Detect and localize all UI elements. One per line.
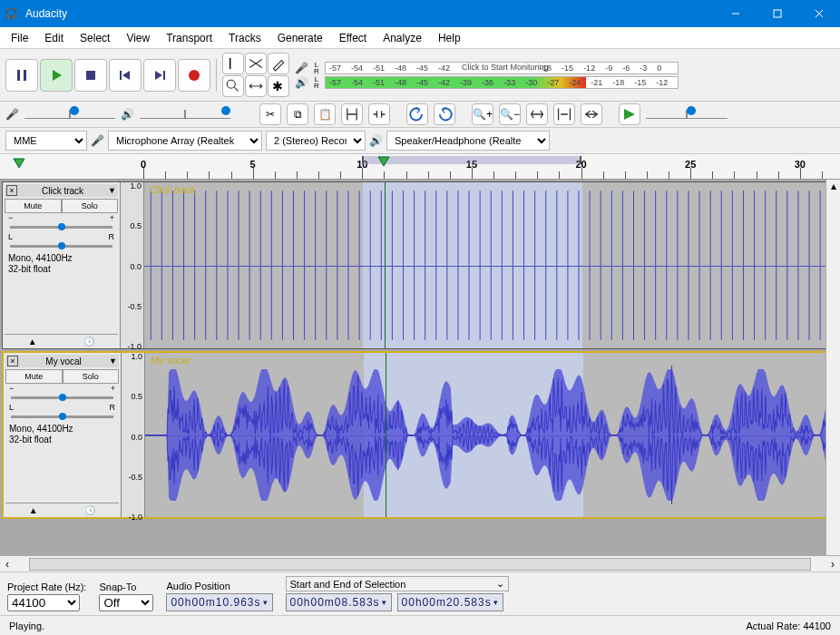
speaker-icon: 🔊 (295, 76, 308, 89)
track-area[interactable]: ×Click track▼MuteSolo−+LRMono, 44100Hz32… (0, 180, 840, 555)
menu-help[interactable]: Help (431, 30, 468, 46)
menu-tracks[interactable]: Tracks (221, 30, 269, 46)
track-close-button[interactable]: × (7, 356, 18, 366)
svg-marker-9 (122, 71, 130, 80)
playback-speed-slider[interactable] (646, 110, 728, 119)
svg-marker-19 (378, 157, 389, 166)
gain-min-label: − (8, 213, 13, 222)
device-toolbar: MME 🎤 Microphone Array (Realtek 2 (Stere… (0, 128, 840, 154)
window-minimize-button[interactable] (715, 0, 757, 27)
recording-device-select[interactable]: Microphone Array (Realtek (108, 131, 262, 151)
playback-volume-slider[interactable] (140, 110, 230, 119)
waveform-display[interactable]: Click track (144, 182, 837, 348)
menu-effect[interactable]: Effect (332, 30, 374, 46)
svg-rect-8 (120, 71, 122, 80)
pan-right-label: R (110, 403, 116, 412)
zoom-in-button[interactable]: 🔍+ (472, 103, 493, 125)
zoom-toggle-button[interactable] (581, 103, 602, 125)
fit-project-button[interactable] (553, 103, 575, 125)
pause-button[interactable] (5, 59, 38, 92)
vertical-scale[interactable]: 1.00.50.0-0.5-1.0 (121, 182, 144, 348)
audio-host-select[interactable]: MME (5, 131, 87, 151)
selection-start-field[interactable]: 00h00m08.583s▾ (286, 593, 392, 611)
selection-tool[interactable]: I (222, 53, 244, 74)
svg-line-15 (234, 87, 239, 92)
collapse-button[interactable]: ▲ (29, 505, 38, 515)
project-rate-select[interactable]: 44100 (7, 594, 80, 611)
svg-rect-1 (774, 10, 781, 17)
menu-view[interactable]: View (119, 30, 157, 46)
track-close-button[interactable]: × (6, 185, 17, 196)
cut-button[interactable]: ✂ (259, 103, 281, 125)
track-name[interactable]: Click track (19, 186, 106, 196)
vertical-scale[interactable]: 1.00.50.0-0.5-1.0 (122, 353, 145, 517)
skip-start-button[interactable] (109, 59, 142, 92)
mute-button[interactable]: Mute (5, 369, 63, 384)
paste-button[interactable]: 📋 (314, 103, 336, 125)
playback-device-select[interactable]: Speaker/Headphone (Realte (386, 131, 550, 151)
play-button[interactable] (40, 59, 73, 92)
ruler-label: 25 (685, 159, 696, 170)
collapse-button[interactable]: ▲ (28, 337, 37, 347)
svg-point-14 (227, 80, 235, 88)
loop-region[interactable] (362, 156, 581, 164)
selection-end-field[interactable]: 00h00m20.583s▾ (397, 593, 503, 611)
copy-button[interactable]: ⧉ (287, 103, 308, 125)
envelope-tool[interactable] (245, 53, 267, 74)
solo-button[interactable]: Solo (62, 199, 119, 213)
sync-lock-icon[interactable]: 🕓 (83, 337, 94, 347)
menu-bar: FileEditSelectViewTransportTracksGenerat… (0, 27, 840, 49)
playhead-marker[interactable] (377, 156, 390, 169)
solo-button[interactable]: Solo (63, 369, 120, 384)
menu-file[interactable]: File (4, 30, 35, 46)
silence-button[interactable] (368, 103, 390, 125)
pan-left-label: L (8, 232, 13, 241)
audio-position-field[interactable]: 00h00m10.963s▾ (166, 593, 272, 611)
svg-text:✱: ✱ (272, 80, 283, 93)
track-0: ×Click track▼MuteSolo−+LRMono, 44100Hz32… (2, 181, 838, 349)
window-maximize-button[interactable] (757, 0, 798, 27)
window-close-button[interactable] (798, 0, 840, 27)
zoom-tool[interactable] (222, 75, 244, 97)
skip-end-button[interactable] (143, 59, 176, 92)
redo-button[interactable] (434, 103, 455, 125)
play-at-speed-button[interactable] (619, 103, 640, 125)
waveform-display[interactable]: My vocal (145, 353, 836, 517)
playback-meter[interactable]: -57-54-51-48-45-42-39-36-33-30-27-24-21-… (325, 76, 679, 89)
zoom-out-button[interactable]: 🔍− (499, 103, 521, 125)
recording-volume-slider[interactable] (24, 110, 115, 119)
menu-transport[interactable]: Transport (159, 30, 220, 46)
mute-button[interactable]: Mute (5, 199, 62, 213)
record-button[interactable] (178, 59, 210, 92)
menu-edit[interactable]: Edit (37, 30, 71, 46)
gain-slider[interactable] (11, 396, 113, 399)
audio-position-label: Audio Position (166, 581, 272, 591)
horizontal-scrollbar[interactable]: ‹ › (0, 555, 840, 572)
pan-slider[interactable] (10, 245, 112, 248)
snap-to-select[interactable]: Off (99, 594, 153, 611)
selection-mode-dropdown[interactable]: ⌄ (496, 578, 504, 590)
undo-button[interactable] (406, 103, 428, 125)
pan-slider[interactable] (11, 415, 113, 418)
status-text: Playing. (9, 620, 746, 631)
track-name[interactable]: My vocal (20, 357, 107, 366)
track-menu-button[interactable]: ▼ (108, 186, 116, 195)
multi-tool[interactable]: ✱ (268, 75, 289, 97)
recording-channels-select[interactable]: 2 (Stereo) Recor (266, 131, 366, 151)
stop-button[interactable] (74, 59, 107, 92)
vertical-scrollbar[interactable]: ▴ (825, 180, 840, 555)
trim-button[interactable] (341, 103, 363, 125)
recording-meter[interactable]: -57-54-51-48-45-42-18-15-12-9-6-30 Click… (325, 62, 679, 74)
pin-marker-icon (13, 158, 25, 169)
mic-vol-icon: 🎤 (5, 108, 19, 121)
menu-select[interactable]: Select (73, 30, 117, 46)
timeline-ruler[interactable]: 051015202530 (0, 154, 840, 180)
menu-generate[interactable]: Generate (270, 30, 330, 46)
gain-slider[interactable] (10, 226, 112, 229)
sync-lock-icon[interactable]: 🕓 (84, 505, 95, 515)
fit-selection-button[interactable] (526, 103, 548, 125)
track-menu-button[interactable]: ▼ (109, 357, 117, 366)
timeshift-tool[interactable] (245, 75, 267, 97)
draw-tool[interactable] (268, 53, 289, 74)
menu-analyze[interactable]: Analyze (376, 30, 429, 46)
